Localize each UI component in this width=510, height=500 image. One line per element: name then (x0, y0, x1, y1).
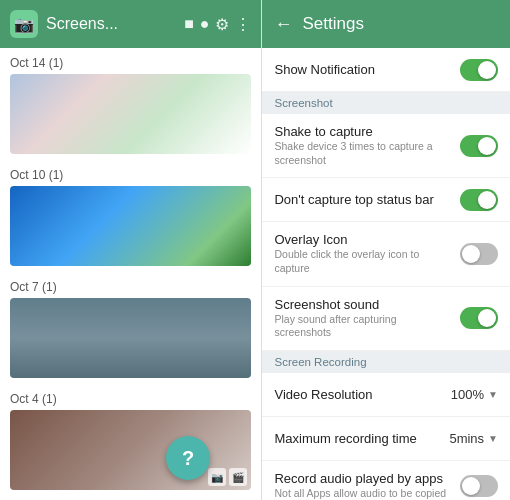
more-icon[interactable]: ⋮ (235, 15, 251, 34)
toggle-knob (478, 309, 496, 327)
setting-title: Show Notification (274, 62, 452, 77)
chevron-down-icon: ▼ (488, 389, 498, 400)
fab-button[interactable]: ? (166, 436, 210, 480)
setting-show-notification: Show Notification (262, 48, 510, 92)
setting-screenshot-sound: Screenshot sound Play sound after captur… (262, 287, 510, 351)
header-icons: ■ ● ⚙ ⋮ (184, 15, 251, 34)
setting-title: Don't capture top status bar (274, 192, 452, 207)
date-label: Oct 4 (1) (0, 384, 261, 410)
thumbnail-container[interactable] (0, 298, 261, 378)
setting-max-recording-time: Maximum recording time 5mins ▼ (262, 417, 510, 461)
thumbnail-container[interactable] (0, 186, 261, 266)
toggle-shake-capture[interactable] (460, 135, 498, 157)
toggle-knob (478, 137, 496, 155)
settings-content: Show Notification Screenshot Shake to ca… (262, 48, 510, 500)
toggle-knob (462, 245, 480, 263)
setting-title: Shake to capture (274, 124, 452, 139)
thumb-overlay: 📷 🎬 (208, 468, 247, 486)
overlay-icon-small: 📷 (208, 468, 226, 486)
setting-shake-capture: Shake to capture Shake device 3 times to… (262, 114, 510, 178)
setting-title: Maximum recording time (274, 431, 416, 446)
setting-desc: Double click the overlay icon to capture (274, 248, 452, 275)
thumbnail-container[interactable]: 📷 🎬 (0, 410, 261, 490)
toggle-status-bar[interactable] (460, 189, 498, 211)
date-label: Oct 10 (1) (0, 160, 261, 186)
back-arrow-icon[interactable]: ← (274, 14, 292, 35)
toggle-knob (478, 61, 496, 79)
setting-title: Screenshot sound (274, 297, 452, 312)
section-screen-recording: Screen Recording (262, 351, 510, 373)
setting-title: Overlay Icon (274, 232, 452, 247)
section-screenshot: Screenshot (262, 92, 510, 114)
setting-video-resolution: Video Resolution 100% ▼ (262, 373, 510, 417)
setting-desc: Not all Apps allow audio to be copied (274, 487, 452, 500)
screenshot-thumb[interactable] (10, 298, 251, 378)
screenshot-thumb[interactable] (10, 74, 251, 154)
toggle-knob (478, 191, 496, 209)
toggle-show-notification[interactable] (460, 59, 498, 81)
setting-overlay-icon: Overlay Icon Double click the overlay ic… (262, 222, 510, 286)
left-panel: 📷 Screens... ■ ● ⚙ ⋮ Oct 14 (1) Oct 10 (… (0, 0, 261, 500)
setting-status-bar: Don't capture top status bar (262, 178, 510, 222)
app-title: Screens... (46, 15, 176, 33)
date-label: Oct 7 (1) (0, 272, 261, 298)
setting-desc: Play sound after capturing screenshots (274, 313, 452, 340)
globe-icon[interactable]: ● (200, 15, 210, 33)
toggle-screenshot-sound[interactable] (460, 307, 498, 329)
max-time-dropdown[interactable]: 5mins ▼ (449, 431, 498, 446)
date-label: Oct 14 (1) (0, 48, 261, 74)
screenshots-list: Oct 14 (1) Oct 10 (1) Oct 7 (1) Oct 4 (1… (0, 48, 261, 500)
setting-title: Record audio played by apps (274, 471, 452, 486)
setting-desc: Shake device 3 times to capture a screen… (274, 140, 452, 167)
left-header: 📷 Screens... ■ ● ⚙ ⋮ (0, 0, 261, 48)
settings-icon[interactable]: ⚙ (215, 15, 229, 34)
video-resolution-dropdown[interactable]: 100% ▼ (451, 387, 498, 402)
max-time-value: 5mins (449, 431, 484, 446)
app-icon: 📷 (10, 10, 38, 38)
setting-title: Video Resolution (274, 387, 372, 402)
date-label: Sep 30 (1) (0, 496, 261, 500)
settings-title: Settings (302, 14, 363, 34)
thumbnail-container[interactable] (0, 74, 261, 154)
setting-record-audio-apps: Record audio played by apps Not all Apps… (262, 461, 510, 500)
video-resolution-value: 100% (451, 387, 484, 402)
overlay-icon-small2: 🎬 (229, 468, 247, 486)
screenshot-thumb[interactable] (10, 186, 251, 266)
right-panel: ← Settings Show Notification Screenshot … (262, 0, 510, 500)
screenshot-thumb[interactable]: 📷 🎬 (10, 410, 251, 490)
chevron-down-icon: ▼ (488, 433, 498, 444)
toggle-record-audio-apps[interactable] (460, 475, 498, 497)
camera-icon: 📷 (14, 15, 34, 34)
right-header: ← Settings (262, 0, 510, 48)
toggle-knob (462, 477, 480, 495)
toggle-overlay-icon[interactable] (460, 243, 498, 265)
image-off-icon[interactable]: ■ (184, 15, 194, 33)
